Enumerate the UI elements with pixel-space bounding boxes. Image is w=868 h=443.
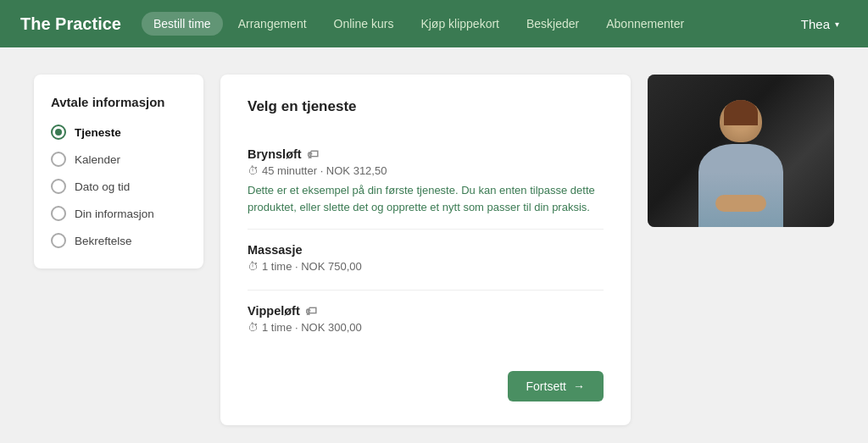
nav-item-arrangement[interactable]: Arrangement (226, 12, 319, 36)
nav-item-online-kurs[interactable]: Online kurs (322, 12, 406, 36)
continue-button[interactable]: Fortsett → (508, 371, 604, 401)
service-duration-price: 45 minutter · NOK 312,50 (262, 164, 387, 177)
service-description: Dette er et eksempel på din første tjene… (248, 182, 604, 215)
clock-icon: ⏱ (248, 260, 259, 273)
nav-item-abonnementer[interactable]: Abonnementer (594, 12, 696, 36)
service-meta: ⏱1 time · NOK 300,00 (248, 321, 604, 334)
step-label: Din informasjon (75, 208, 154, 220)
nav-item-kjøp-klippekort[interactable]: Kjøp klippekort (409, 12, 511, 36)
navigation: Bestill timeArrangementOnline kursKjøp k… (142, 12, 786, 36)
service-meta: ⏱1 time · NOK 750,00 (248, 260, 604, 273)
page-body: Avtale informasjon TjenesteKalenderDato … (0, 47, 868, 443)
step-radio (51, 125, 66, 140)
user-menu[interactable]: Thea ▾ (793, 12, 848, 36)
figure-hands (715, 195, 766, 212)
sidebar-step-kalender[interactable]: Kalender (51, 152, 186, 167)
step-label: Bekreftelse (75, 235, 132, 247)
sidebar-step-tjeneste[interactable]: Tjeneste (51, 125, 186, 140)
continue-label: Fortsett (526, 379, 566, 393)
step-radio (51, 206, 66, 221)
sidebar-steps: TjenesteKalenderDato og tidDin informasj… (51, 125, 186, 248)
header: The Practice Bestill timeArrangementOnli… (0, 0, 868, 47)
service-duration-price: 1 time · NOK 300,00 (262, 321, 362, 334)
step-label: Tjeneste (75, 126, 121, 139)
figure-head (720, 100, 762, 142)
hero-image (648, 75, 834, 227)
nav-item-bestill-time[interactable]: Bestill time (142, 12, 223, 36)
sidebar-step-din-informasjon[interactable]: Din informasjon (51, 206, 186, 221)
user-name: Thea (801, 17, 830, 31)
nav-item-beskjeder[interactable]: Beskjeder (515, 12, 591, 36)
service-item[interactable]: Massasje⏱1 time · NOK 750,00 (248, 230, 604, 291)
figure-hair (724, 100, 758, 125)
service-item[interactable]: Vippeløft🏷⏱1 time · NOK 300,00 (248, 291, 604, 351)
step-label: Kalender (75, 153, 120, 166)
clock-icon: ⏱ (248, 321, 259, 334)
step-radio (51, 152, 66, 167)
tag-icon: 🏷 (305, 304, 317, 318)
arrow-icon: → (573, 379, 585, 393)
service-duration-price: 1 time · NOK 750,00 (262, 260, 362, 273)
clock-icon: ⏱ (248, 164, 259, 177)
service-name: Massasje (248, 243, 604, 257)
portrait-figure (682, 91, 800, 227)
chevron-down-icon: ▾ (835, 19, 839, 29)
service-list: Brynsløft🏷⏱45 minutter · NOK 312,50Dette… (248, 134, 604, 351)
service-item[interactable]: Brynsløft🏷⏱45 minutter · NOK 312,50Dette… (248, 134, 604, 230)
service-name: Vippeløft🏷 (248, 304, 604, 318)
step-label: Dato og tid (75, 180, 130, 193)
logo: The Practice (20, 14, 121, 34)
service-meta: ⏱45 minutter · NOK 312,50 (248, 164, 604, 177)
card-footer: Fortsett → (248, 371, 604, 401)
sidebar-title: Avtale informasjon (51, 95, 186, 109)
step-radio (51, 233, 66, 248)
sidebar-step-dato-og-tid[interactable]: Dato og tid (51, 179, 186, 194)
portrait-background (648, 75, 834, 227)
figure-body (698, 144, 783, 227)
tag-icon: 🏷 (307, 147, 319, 161)
sidebar-step-bekreftelse[interactable]: Bekreftelse (51, 233, 186, 248)
sidebar: Avtale informasjon TjenesteKalenderDato … (34, 75, 203, 269)
card-title: Velg en tjeneste (248, 98, 604, 115)
step-radio (51, 179, 66, 194)
service-selection-card: Velg en tjeneste Brynsløft🏷⏱45 minutter … (220, 75, 631, 425)
service-name: Brynsløft🏷 (248, 147, 604, 161)
